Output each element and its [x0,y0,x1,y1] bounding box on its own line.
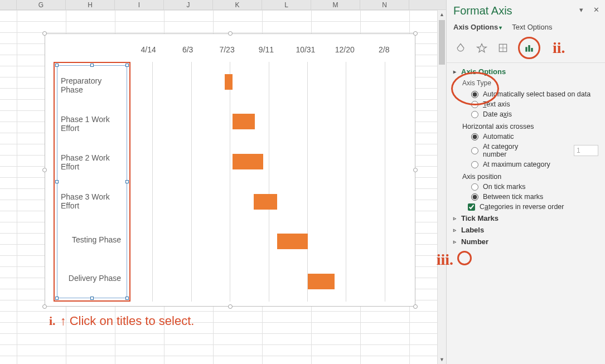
section-number[interactable]: ▹ Number [453,237,598,246]
close-icon[interactable]: ✕ [593,6,599,14]
x-axis[interactable]: 4/14 6/3 7/23 9/11 10/31 12/20 2/8 [129,45,404,59]
bar-row[interactable] [133,261,404,302]
pane-menu-icon[interactable]: ▾ [579,6,583,14]
checkbox-reverse-order[interactable]: Categories in reverse order [468,203,598,211]
annotation-circle-reverse [457,251,472,265]
radio-on-tick-marks-input[interactable] [471,183,478,191]
size-properties-icon[interactable] [497,42,509,54]
section-labels-label: Labels [461,226,484,234]
axis-options-icon-annotation [518,37,540,59]
y-axis-label: Testing Phase [61,220,123,259]
radio-auto-select[interactable]: Automatically select based on data [471,90,598,98]
radio-at-max-category[interactable]: At maximum category [471,161,598,168]
instruction-text: Click on titles to select. [70,314,195,328]
section-number-label: Number [461,237,488,246]
triangle-right-icon: ▹ [453,227,459,233]
roman-iii: iii. [437,251,453,269]
col-header[interactable]: H [66,0,115,9]
tab-axis-options[interactable]: Axis Options▾ [453,23,502,31]
scrollbar-thumb[interactable] [439,20,445,65]
bar-row[interactable] [133,102,404,142]
grid-body[interactable]: 4/14 6/3 7/23 9/11 10/31 12/20 2/8 [0,10,446,364]
section-axis-options-label: Axis Options [461,67,506,76]
tab-text-options[interactable]: Text Options [512,23,552,31]
radio-at-category-number[interactable]: At category number [471,143,598,158]
y-axis-label: Phase 2 Work Effort [61,143,123,182]
y-axis-selected[interactable]: Preparatory Phase Phase 1 Work Effort Ph… [54,62,130,302]
fill-line-icon[interactable] [454,42,467,54]
col-header[interactable]: L [262,0,311,9]
triangle-down-icon: ▸ [453,69,459,75]
up-arrow-icon: ↑ [60,314,66,328]
vertical-scrollbar[interactable]: ▲ ▼ [437,10,446,364]
gantt-bar[interactable] [233,114,255,129]
gantt-bar[interactable] [308,274,335,289]
effects-icon[interactable] [476,42,488,54]
col-header[interactable]: K [213,0,262,9]
bar-row[interactable] [133,182,404,222]
col-header[interactable]: N [360,0,409,9]
y-axis-label: Preparatory Phase [61,66,123,104]
col-header[interactable]: M [311,0,360,9]
bar-row[interactable] [133,62,404,102]
radio-automatic[interactable]: Automatic [471,133,598,140]
col-header[interactable]: I [115,0,164,9]
row-header-blank [0,0,17,9]
bars-region[interactable] [133,62,404,302]
radio-text-axis[interactable]: Text axis [471,100,598,108]
y-axis-label: Delivery Phase [61,259,123,298]
triangle-right-icon: ▹ [453,215,459,221]
x-tick: 2/8 [365,45,404,59]
radio-at-max-category-label: At maximum category [483,161,550,168]
category-number-input[interactable] [574,145,598,156]
chart-object[interactable]: 4/14 6/3 7/23 9/11 10/31 12/20 2/8 [45,33,415,307]
radio-automatic-input[interactable] [471,133,478,140]
annotation-i: i. ↑ Click on titles to select. [49,314,194,328]
plot-area[interactable]: 4/14 6/3 7/23 9/11 10/31 12/20 2/8 [51,45,404,300]
radio-at-category-number-input[interactable] [471,147,478,154]
roman-ii: ii. [553,39,565,57]
gantt-bar[interactable] [233,154,263,169]
svg-marker-0 [477,44,487,52]
radio-date-axis-input[interactable] [471,111,478,118]
pane-title: Format Axis [453,4,598,17]
radio-on-tick-marks-label: On tick marks [483,183,525,191]
gantt-bar[interactable] [254,194,277,210]
col-header[interactable]: J [164,0,213,9]
radio-at-category-number-label: At category number [483,143,539,158]
x-tick: 12/20 [325,45,364,59]
axis-options-icon[interactable] [523,42,535,54]
section-axis-options[interactable]: ▸ Axis Options [453,67,598,76]
bar-row[interactable] [133,142,404,182]
y-axis-label: Phase 1 Work Effort [61,104,123,143]
radio-text-axis-input[interactable] [471,101,478,108]
radio-on-tick-marks[interactable]: On tick marks [471,183,598,191]
section-labels[interactable]: ▹ Labels [453,226,598,234]
roman-i: i. [49,314,56,328]
x-tick: 9/11 [246,45,285,59]
y-axis-label: Phase 3 Work Effort [61,182,123,220]
gantt-bar[interactable] [225,74,233,90]
column-headers: G H I J K L M N [0,0,446,10]
radio-date-axis-label: Date axis [483,110,512,118]
axis-type-label: Axis Type [462,79,598,87]
radio-date-axis[interactable]: Date axis [471,110,598,118]
bar-row[interactable] [133,222,404,262]
checkbox-reverse-order-input[interactable] [468,203,475,211]
x-tick: 7/23 [207,45,246,59]
svg-rect-6 [531,48,533,52]
radio-between-tick-marks[interactable]: Between tick marks [471,193,598,201]
section-tick-marks[interactable]: ▹ Tick Marks [453,214,598,222]
scrollbar-arrow-down-icon[interactable]: ▼ [438,355,446,364]
svg-rect-5 [528,45,530,52]
x-tick: 10/31 [286,45,325,59]
radio-between-tick-marks-input[interactable] [471,193,478,201]
x-tick: 6/3 [168,45,207,59]
radio-auto-select-input[interactable] [471,91,478,98]
scrollbar-arrow-up-icon[interactable]: ▲ [438,10,446,19]
gantt-bar[interactable] [277,234,308,249]
col-header[interactable]: G [17,0,66,9]
x-tick: 4/14 [129,45,168,59]
radio-at-max-category-input[interactable] [471,161,478,168]
spreadsheet-area: G H I J K L M N 4/14 6/3 7/23 [0,0,446,364]
